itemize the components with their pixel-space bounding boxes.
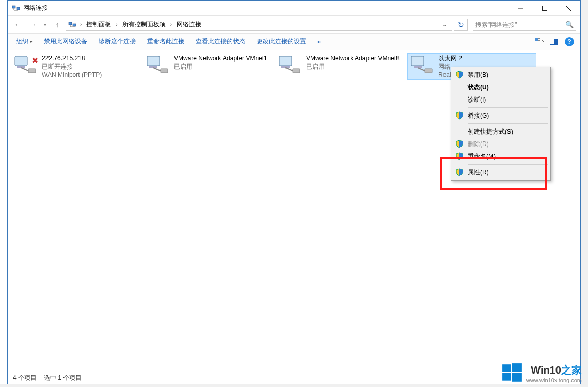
svg-line-27 xyxy=(153,68,161,71)
ctx-create-shortcut[interactable]: 创建快捷方式(S) xyxy=(452,125,549,138)
shield-icon xyxy=(455,111,464,120)
svg-rect-37 xyxy=(512,363,522,372)
selected-count: 选中 1 个项目 xyxy=(44,374,82,382)
network-icon xyxy=(12,4,20,12)
menu-separator xyxy=(468,123,548,124)
address-bar: ← → ▾ ↑ › 控制面板 › 所有控制面板项 › 网络连接 ⌄ ↻ 🔍 xyxy=(8,16,580,34)
network-adapter-icon xyxy=(145,54,170,77)
rename-button[interactable]: 重命名此连接 xyxy=(142,35,189,48)
shield-icon xyxy=(455,168,464,176)
ctx-status[interactable]: 状态(U) xyxy=(452,81,549,93)
svg-rect-28 xyxy=(279,56,292,66)
watermark: Win10之家 www.win10xitong.com xyxy=(501,362,582,384)
svg-rect-6 xyxy=(543,6,547,10)
content-area[interactable]: ✖ 222.76.215.218 已断开连接 WAN Miniport (PPT… xyxy=(8,50,580,372)
forward-button[interactable]: → xyxy=(26,19,39,31)
svg-rect-34 xyxy=(425,69,432,73)
svg-rect-0 xyxy=(12,6,15,8)
svg-rect-26 xyxy=(161,69,168,73)
svg-rect-24 xyxy=(147,56,160,66)
svg-rect-29 xyxy=(281,66,290,68)
svg-rect-9 xyxy=(69,22,72,25)
adapter-label: VMware Network Adapter VMnet8 已启用 xyxy=(306,54,400,71)
view-status-button[interactable]: 查看此连接的状态 xyxy=(190,35,250,48)
minimize-button[interactable] xyxy=(509,1,533,15)
svg-rect-32 xyxy=(411,56,424,66)
diagnose-button[interactable]: 诊断这个连接 xyxy=(93,35,141,48)
refresh-button[interactable]: ↻ xyxy=(454,19,468,31)
svg-rect-30 xyxy=(293,69,300,73)
svg-rect-39 xyxy=(512,373,522,382)
ctx-properties[interactable]: 属性(R) xyxy=(452,166,549,179)
chevron-right-icon[interactable]: › xyxy=(78,22,83,27)
window-title: 网络连接 xyxy=(23,4,509,12)
back-button[interactable]: ← xyxy=(12,19,24,31)
left-edge-strip xyxy=(0,0,7,384)
breadcrumb-item[interactable]: 控制面板 xyxy=(85,19,112,30)
close-button[interactable] xyxy=(557,1,580,15)
breadcrumb-item[interactable]: 网络连接 xyxy=(176,19,202,30)
toolbar: 组织 禁用此网络设备 诊断这个连接 重命名此连接 查看此连接的状态 更改此连接的… xyxy=(8,34,580,50)
history-dropdown[interactable]: ▾ xyxy=(41,22,49,27)
window-buttons xyxy=(509,1,580,15)
ctx-bridge[interactable]: 桥接(G) xyxy=(452,109,549,122)
network-adapter-icon xyxy=(277,54,302,77)
svg-rect-1 xyxy=(17,7,20,10)
adapter-item[interactable]: ✖ 222.76.215.218 已断开连接 WAN Miniport (PPT… xyxy=(11,53,140,80)
svg-line-22 xyxy=(21,68,28,71)
preview-pane-button[interactable] xyxy=(547,36,561,48)
context-menu: 禁用(B) 状态(U) 诊断(I) 桥接(G) 创建快捷方式(S) 删除(D) … xyxy=(451,67,551,181)
search-icon[interactable]: 🔍 xyxy=(565,21,574,28)
breadcrumb-bar[interactable]: › 控制面板 › 所有控制面板项 › 网络连接 ⌄ xyxy=(66,19,452,31)
item-count: 4 个项目 xyxy=(13,374,37,382)
up-button[interactable]: ↑ xyxy=(51,19,63,31)
svg-rect-36 xyxy=(502,364,511,372)
windows-logo-icon xyxy=(501,362,523,384)
svg-rect-14 xyxy=(535,38,538,41)
help-button[interactable]: ? xyxy=(565,37,574,46)
titlebar: 网络连接 xyxy=(8,1,580,16)
adapter-label: VMware Network Adapter VMnet1 已启用 xyxy=(174,54,267,71)
ctx-diagnose[interactable]: 诊断(I) xyxy=(452,93,549,106)
chevron-right-icon[interactable]: › xyxy=(169,22,173,27)
organize-menu[interactable]: 组织 xyxy=(11,35,38,48)
adapter-item[interactable]: VMware Network Adapter VMnet8 已启用 xyxy=(275,53,404,80)
shield-icon xyxy=(455,71,464,79)
ctx-rename[interactable]: 重命名(M) xyxy=(452,150,549,163)
shield-icon xyxy=(455,152,464,160)
status-bar: 4 个项目 选中 1 个项目 xyxy=(8,372,580,384)
chevron-right-icon[interactable]: › xyxy=(114,22,119,27)
view-options-button[interactable] xyxy=(533,36,546,48)
address-dropdown[interactable]: ⌄ xyxy=(439,22,450,27)
menu-separator xyxy=(468,164,548,165)
svg-rect-33 xyxy=(414,66,422,68)
watermark-text: Win10之家 www.win10xitong.com xyxy=(526,363,582,383)
svg-line-35 xyxy=(418,68,425,71)
disable-device-button[interactable]: 禁用此网络设备 xyxy=(39,35,92,48)
svg-rect-15 xyxy=(538,38,540,39)
maximize-button[interactable] xyxy=(533,1,557,15)
search-box[interactable]: 🔍 xyxy=(473,19,576,31)
ctx-disable[interactable]: 禁用(B) xyxy=(452,69,549,81)
network-icon xyxy=(68,21,76,29)
svg-rect-16 xyxy=(538,40,540,41)
svg-rect-19 xyxy=(15,56,27,66)
change-settings-button[interactable]: 更改此连接的设置 xyxy=(251,35,311,48)
ctx-delete: 删除(D) xyxy=(452,138,549,150)
svg-rect-21 xyxy=(28,69,36,73)
search-input[interactable] xyxy=(475,21,565,28)
svg-rect-38 xyxy=(502,373,511,381)
svg-rect-18 xyxy=(554,39,558,44)
breadcrumb-item[interactable]: 所有控制面板项 xyxy=(121,19,167,30)
shield-icon xyxy=(455,140,464,148)
adapter-item[interactable]: VMware Network Adapter VMnet1 已启用 xyxy=(143,53,272,80)
svg-rect-10 xyxy=(73,24,76,26)
toolbar-overflow[interactable]: » xyxy=(312,36,326,47)
network-adapter-icon xyxy=(409,54,434,77)
svg-rect-25 xyxy=(149,66,157,68)
network-connections-window: 网络连接 ← → ▾ ↑ › 控制面板 › 所有控制面板项 › 网络连接 xyxy=(7,0,581,384)
adapter-label: 222.76.215.218 已断开连接 WAN Miniport (PPTP) xyxy=(42,54,102,79)
svg-line-31 xyxy=(285,68,293,71)
menu-separator xyxy=(468,107,548,108)
svg-rect-20 xyxy=(17,66,25,68)
